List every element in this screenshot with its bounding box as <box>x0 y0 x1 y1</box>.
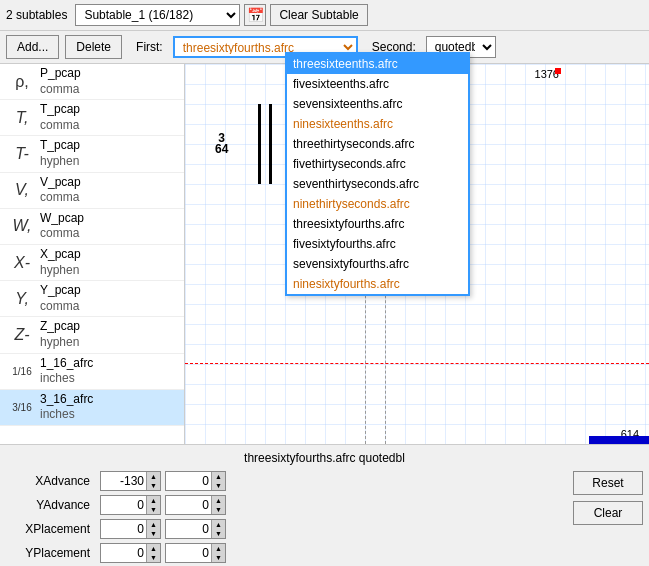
glyph-sub: comma <box>40 299 81 315</box>
delete-button[interactable]: Delete <box>65 35 122 59</box>
glyph-sub: comma <box>40 226 84 242</box>
xplacement-down-1[interactable]: ▼ <box>146 529 160 538</box>
yplacement-spin-2[interactable]: ▲ ▼ <box>165 543 226 563</box>
add-button[interactable]: Add... <box>6 35 59 59</box>
dropdown-item[interactable]: fivesixtyfourths.afrc <box>287 234 468 254</box>
yplacement-input-1[interactable] <box>101 545 146 561</box>
xadvance-spinners-1: ▲ ▼ <box>146 472 160 490</box>
first-dropdown[interactable]: threesixteenths.afrc fivesixteenths.afrc… <box>285 52 470 296</box>
glyph-sub: comma <box>40 118 80 134</box>
dropdown-item[interactable]: ninesixteenths.afrc <box>287 114 468 134</box>
xadvance-down-1[interactable]: ▼ <box>146 481 160 490</box>
glyph-icon: Y, <box>4 290 40 308</box>
glyph-sub: hyphen <box>40 335 80 351</box>
xplacement-up-1[interactable]: ▲ <box>146 520 160 529</box>
yplacement-input-2[interactable] <box>166 545 211 561</box>
yadvance-spinners-1: ▲ ▼ <box>146 496 160 514</box>
dropdown-item[interactable]: threesixtyfourths.afrc <box>287 214 468 234</box>
dropdown-item[interactable]: sevensixteenths.afrc <box>287 94 468 114</box>
toolbar-row: 2 subtables Subtable_1 (16/182) 📅 Clear … <box>0 0 649 31</box>
yplacement-up-2[interactable]: ▲ <box>211 544 225 553</box>
red-dot-indicator <box>555 68 561 74</box>
yadvance-group: ▲ ▼ ▲ ▼ <box>100 495 226 515</box>
dropdown-item[interactable]: ninethirtyseconds.afrc <box>287 194 468 214</box>
subtable-select[interactable]: Subtable_1 (16/182) <box>75 4 240 26</box>
glyph-icon: W, <box>4 217 40 235</box>
list-item[interactable]: W, W_pcap comma <box>0 209 184 245</box>
yadvance-input-1[interactable] <box>101 497 146 513</box>
xadvance-input-1[interactable] <box>101 473 146 489</box>
glyph-name: T_pcap <box>40 102 80 118</box>
list-item[interactable]: Z- Z_pcap hyphen <box>0 317 184 353</box>
dropdown-item[interactable]: seventhirtyseconds.afrc <box>287 174 468 194</box>
glyph-name: X_pcap <box>40 247 81 263</box>
yplacement-up-1[interactable]: ▲ <box>146 544 160 553</box>
glyph-icon: T- <box>4 145 40 163</box>
glyph-sub: comma <box>40 190 81 206</box>
list-item[interactable]: X- X_pcap hyphen <box>0 245 184 281</box>
dropdown-item[interactable]: threesixteenths.afrc <box>287 54 468 74</box>
yadvance-up-1[interactable]: ▲ <box>146 496 160 505</box>
dropdown-item[interactable]: fivethirtyseconds.afrc <box>287 154 468 174</box>
xplacement-input-1[interactable] <box>101 521 146 537</box>
xadvance-up-1[interactable]: ▲ <box>146 472 160 481</box>
clear-subtable-button[interactable]: Clear Subtable <box>270 4 367 26</box>
yadvance-down-1[interactable]: ▼ <box>146 505 160 514</box>
xplacement-down-2[interactable]: ▼ <box>211 529 225 538</box>
xadvance-label: XAdvance <box>6 474 96 488</box>
list-item[interactable]: T- T_pcap hyphen <box>0 136 184 172</box>
xplacement-spin-1[interactable]: ▲ ▼ <box>100 519 161 539</box>
xadvance-up-2[interactable]: ▲ <box>211 472 225 481</box>
yadvance-down-2[interactable]: ▼ <box>211 505 225 514</box>
yadvance-spin-2[interactable]: ▲ ▼ <box>165 495 226 515</box>
xplacement-spinners-1: ▲ ▼ <box>146 520 160 538</box>
bottom-panel: threesixtyfourths.afrc quotedbl XAdvance… <box>0 444 649 566</box>
bottom-grid: XAdvance ▲ ▼ ▲ ▼ <box>6 471 643 566</box>
main-area: ρ, P_pcap comma T, T_pcap comma T- T_pca… <box>0 64 649 444</box>
glyph-name: 3_16_afrc <box>40 392 93 408</box>
reset-button[interactable]: Reset <box>573 471 643 495</box>
glyph-name: P_pcap <box>40 66 81 82</box>
xadvance-input-2[interactable] <box>166 473 211 489</box>
dropdown-item[interactable]: fivesixteenths.afrc <box>287 74 468 94</box>
subtables-label: 2 subtables <box>6 8 67 22</box>
dropdown-item[interactable]: sevensixtyfourths.afrc <box>287 254 468 274</box>
glyph-name: 1_16_afrc <box>40 356 93 372</box>
xplacement-spinners-2: ▲ ▼ <box>211 520 225 538</box>
glyph-list[interactable]: ρ, P_pcap comma T, T_pcap comma T- T_pca… <box>0 64 185 444</box>
xplacement-input-2[interactable] <box>166 521 211 537</box>
yplacement-spin-1[interactable]: ▲ ▼ <box>100 543 161 563</box>
yadvance-input-2[interactable] <box>166 497 211 513</box>
fraction-denominator: 64 <box>215 144 228 155</box>
xplacement-label: XPlacement <box>6 522 96 536</box>
yplacement-down-1[interactable]: ▼ <box>146 553 160 562</box>
list-item[interactable]: T, T_pcap comma <box>0 100 184 136</box>
glyph-sub: comma <box>40 82 81 98</box>
dropdown-item[interactable]: ninesixtyfourths.afrc <box>287 274 468 294</box>
xadvance-down-2[interactable]: ▼ <box>211 481 225 490</box>
xadvance-spin-1[interactable]: ▲ ▼ <box>100 471 161 491</box>
clear-button[interactable]: Clear <box>573 501 643 525</box>
xplacement-group: ▲ ▼ ▲ ▼ <box>100 519 226 539</box>
glyph-icon: T, <box>4 109 40 127</box>
xplacement-spin-2[interactable]: ▲ ▼ <box>165 519 226 539</box>
yplacement-down-2[interactable]: ▼ <box>211 553 225 562</box>
list-item[interactable]: V, V_pcap comma <box>0 173 184 209</box>
list-item[interactable]: Y, Y_pcap comma <box>0 281 184 317</box>
list-item[interactable]: 1/16 1_16_afrc inches <box>0 354 184 390</box>
xplacement-up-2[interactable]: ▲ <box>211 520 225 529</box>
list-item[interactable]: 3/16 3_16_afrc inches <box>0 390 184 426</box>
dropdown-item[interactable]: threethirtyseconds.afrc <box>287 134 468 154</box>
list-item[interactable]: ρ, P_pcap comma <box>0 64 184 100</box>
yadvance-spinners-2: ▲ ▼ <box>211 496 225 514</box>
calendar-icon[interactable]: 📅 <box>244 4 266 26</box>
xplacement-row: XPlacement ▲ ▼ ▲ ▼ <box>6 519 565 539</box>
xadvance-spin-2[interactable]: ▲ ▼ <box>165 471 226 491</box>
bottom-header: threesixtyfourths.afrc quotedbl <box>6 451 643 465</box>
glyph-sub: inches <box>40 407 93 423</box>
yadvance-label: YAdvance <box>6 498 96 512</box>
glyph-name: T_pcap <box>40 138 80 154</box>
yadvance-spin-1[interactable]: ▲ ▼ <box>100 495 161 515</box>
blue-progress-bar <box>589 436 649 444</box>
yadvance-up-2[interactable]: ▲ <box>211 496 225 505</box>
